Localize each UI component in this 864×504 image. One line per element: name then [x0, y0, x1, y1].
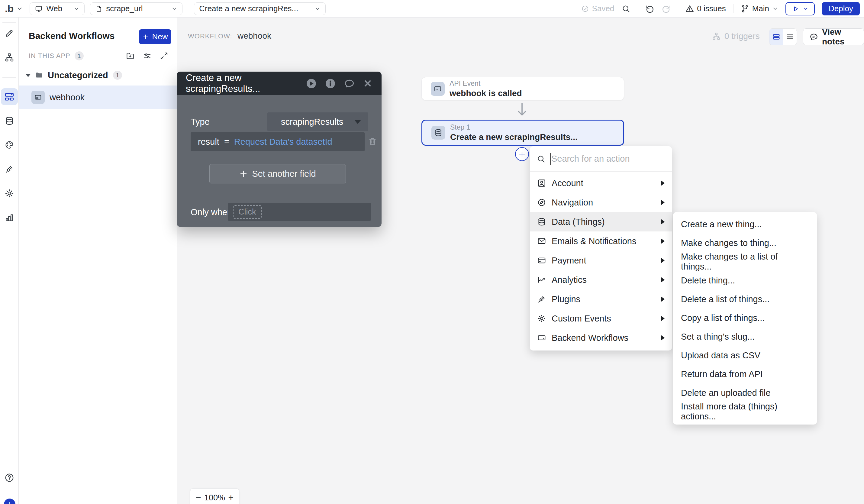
chevron-right-icon: [661, 316, 664, 321]
new-workflow-button[interactable]: New: [139, 29, 171, 44]
notes-bubble-icon: [809, 32, 818, 41]
card-view-button[interactable]: [769, 29, 783, 45]
submenu-item-delete-uploaded-file[interactable]: Delete an uploaded file: [673, 383, 817, 402]
menu-category-emails[interactable]: Emails & Notifications: [530, 231, 672, 251]
bubble-logo[interactable]: .b: [5, 3, 13, 14]
section-count-badge: 1: [75, 51, 84, 60]
workflow-header-name: webhook: [238, 31, 271, 41]
styles-palette-icon[interactable]: [4, 140, 14, 150]
plugins-plug-icon[interactable]: [4, 164, 14, 174]
chevron-down-icon: [803, 6, 808, 11]
top-toolbar: .b Web scrape_url Create a new scrapingR…: [0, 0, 864, 17]
chevron-right-icon: [661, 219, 664, 225]
menu-category-label: Payment: [552, 256, 586, 266]
triggers-label: 0 triggers: [724, 32, 760, 41]
menu-category-analytics[interactable]: Analytics: [530, 270, 672, 289]
submenu-item-return-data-api[interactable]: Return data from API: [673, 365, 817, 383]
menu-category-navigation[interactable]: Navigation: [530, 193, 672, 212]
action-search-input[interactable]: [551, 154, 665, 164]
undo-button[interactable]: [645, 4, 655, 13]
chevron-right-icon: [661, 258, 664, 263]
list-view-button[interactable]: [783, 29, 797, 45]
expand-icon[interactable]: [159, 51, 169, 60]
branch-selector[interactable]: Main: [741, 4, 778, 13]
issues-indicator[interactable]: 0 issues: [685, 4, 725, 13]
element-dropdown[interactable]: Create a new scrapingRes...: [194, 2, 326, 15]
page-dropdown[interactable]: scrape_url: [90, 2, 182, 15]
close-icon[interactable]: [363, 79, 372, 88]
info-icon[interactable]: [325, 78, 336, 89]
only-when-input[interactable]: Click: [228, 203, 371, 221]
menu-category-plugins[interactable]: Plugins: [530, 289, 672, 309]
folder-icon: [35, 71, 44, 80]
redo-button[interactable]: [662, 4, 671, 13]
add-folder-icon[interactable]: [126, 51, 135, 60]
add-action-button[interactable]: [515, 147, 529, 161]
menu-category-custom-events[interactable]: Custom Events: [530, 309, 672, 328]
issues-label: 0 issues: [697, 4, 725, 13]
settings-gear-icon[interactable]: [4, 189, 14, 198]
chevron-down-icon[interactable]: [16, 5, 23, 12]
saved-label: Saved: [592, 4, 614, 13]
menu-category-label: Account: [552, 178, 583, 188]
type-dropdown[interactable]: scrapingResults: [267, 112, 368, 131]
design-pencil-icon[interactable]: [4, 28, 14, 38]
event-card-api[interactable]: API Event webhook is called: [421, 77, 624, 100]
zoom-level: 100%: [204, 493, 225, 503]
workflow-list-item-webhook[interactable]: webhook: [19, 85, 177, 109]
chevron-down-icon: [73, 6, 80, 12]
submenu-item-copy-list[interactable]: Copy a list of things...: [673, 309, 817, 327]
zoom-out-button[interactable]: −: [196, 493, 201, 503]
sidebar-item-workflows-selected[interactable]: [1, 88, 18, 105]
submenu-item-make-changes-thing[interactable]: Make changes to thing...: [673, 233, 817, 252]
menu-category-backend-workflows[interactable]: Backend Workflows: [530, 328, 672, 347]
only-when-label: Only when: [191, 207, 232, 217]
step-card-selected[interactable]: Step 1 Create a new scrapingResults...: [421, 120, 624, 146]
section-actions: [126, 51, 169, 60]
filter-sliders-icon[interactable]: [143, 51, 152, 60]
deploy-button[interactable]: Deploy: [822, 2, 860, 15]
backend-workflows-panel: Backend Workflows New IN THIS APP 1 Unca…: [19, 17, 177, 504]
help-icon[interactable]: [4, 472, 14, 483]
preview-button[interactable]: [785, 2, 815, 15]
run-play-icon[interactable]: [306, 78, 317, 89]
check-circle-icon: [581, 5, 589, 13]
submenu-item-delete-thing[interactable]: Delete thing...: [673, 271, 817, 290]
submenu-item-install-more[interactable]: Install more data (things) actions...: [673, 402, 817, 421]
caret-down-icon[interactable]: [25, 74, 31, 77]
menu-category-account[interactable]: Account: [530, 173, 672, 193]
comment-icon[interactable]: [344, 78, 355, 89]
logs-chart-icon[interactable]: [4, 213, 14, 223]
set-another-field-button[interactable]: Set another field: [209, 164, 346, 183]
play-icon: [792, 5, 799, 12]
view-notes-button[interactable]: View notes: [803, 28, 864, 45]
trash-icon[interactable]: [368, 136, 377, 146]
search-button[interactable]: [621, 4, 631, 13]
gear-icon: [537, 314, 546, 323]
database-icon[interactable]: [4, 116, 14, 126]
submenu-item-upload-csv[interactable]: Upload data as CSV: [673, 346, 817, 365]
field-value-expression[interactable]: Request Data's datasetId: [234, 137, 332, 147]
account-avatar[interactable]: I: [4, 499, 15, 504]
sitemap-icon[interactable]: [4, 52, 14, 62]
zoom-in-button[interactable]: +: [228, 493, 233, 503]
submenu-item-set-slug[interactable]: Set a thing's slug...: [673, 327, 817, 346]
menu-category-label: Navigation: [552, 197, 593, 207]
envelope-icon: [537, 237, 546, 245]
submenu-item-create-thing[interactable]: Create a new thing...: [673, 215, 817, 233]
panel-title: Backend Workflows: [29, 31, 115, 41]
menu-category-data-things[interactable]: Data (Things): [530, 212, 672, 231]
credit-card-icon: [537, 256, 546, 265]
folder-row-uncategorized[interactable]: Uncategorized 1: [19, 68, 177, 83]
platform-dropdown[interactable]: Web: [29, 2, 85, 15]
submenu-item-make-changes-list[interactable]: Make changes to a list of things...: [673, 252, 817, 271]
toolbar-right-group: Saved 0 issues Main Deploy: [581, 2, 864, 15]
field-assignment-row[interactable]: result = Request Data's datasetId: [191, 132, 365, 151]
user-square-icon: [537, 179, 546, 188]
modal-header[interactable]: Create a new scrapingResults...: [177, 72, 382, 95]
menu-category-label: Backend Workflows: [552, 333, 628, 343]
view-toggle: [769, 28, 797, 45]
menu-category-payment[interactable]: Payment: [530, 251, 672, 270]
dropdown-caret-icon: [355, 120, 361, 124]
submenu-item-delete-list[interactable]: Delete a list of things...: [673, 290, 817, 309]
